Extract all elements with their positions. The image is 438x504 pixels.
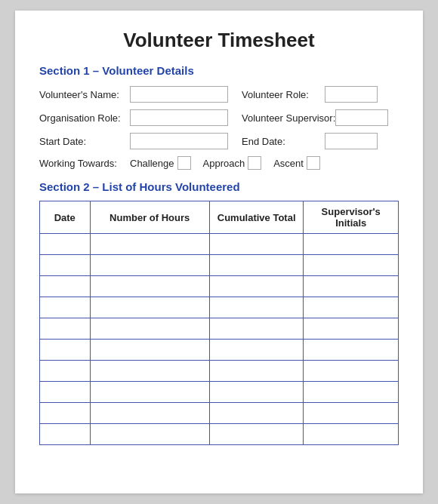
table-cell	[90, 255, 209, 276]
table-row	[40, 276, 399, 297]
checkbox-ascent: Ascent	[273, 156, 320, 170]
table-cell	[90, 318, 209, 340]
table-cell	[90, 382, 209, 403]
section2: Section 2 – List of Hours Volunteered Da…	[39, 180, 399, 445]
input-start-date[interactable]	[130, 133, 228, 149]
checkbox-group: Challenge Approach Ascent	[130, 156, 328, 170]
field-row-dates: Start Date: End Date:	[39, 133, 399, 149]
table-cell	[209, 361, 304, 382]
table-row	[40, 361, 399, 382]
table-row	[40, 318, 399, 340]
label-ascent: Ascent	[273, 158, 304, 169]
table-cell	[90, 234, 209, 255]
page-title: Volunteer Timesheet	[39, 29, 399, 52]
table-cell	[304, 361, 399, 382]
checkbox-approach: Approach	[203, 156, 262, 170]
table-cell	[40, 318, 91, 340]
table-cell	[40, 403, 91, 424]
input-organisation-role[interactable]	[130, 109, 228, 126]
table-cell	[90, 297, 209, 318]
col-header-cumulative: Cumulative Total	[209, 201, 304, 234]
table-cell	[304, 424, 399, 445]
table-row	[40, 340, 399, 361]
table-cell	[90, 361, 209, 382]
table-cell	[304, 318, 399, 340]
col-header-hours: Number of Hours	[90, 201, 209, 234]
table-cell	[304, 382, 399, 403]
input-volunteer-role[interactable]	[325, 86, 378, 103]
table-cell	[209, 340, 304, 361]
table-cell	[304, 403, 399, 424]
label-organisation-role: Organisation Role:	[39, 112, 130, 124]
table-cell	[90, 276, 209, 297]
table-cell	[209, 318, 304, 340]
table-header-row: Date Number of Hours Cumulative Total Su…	[40, 201, 399, 234]
table-cell	[304, 297, 399, 318]
table-cell	[40, 424, 91, 445]
label-approach: Approach	[203, 158, 245, 169]
label-volunteer-supervisor: Volunteer Supervisor:	[242, 112, 335, 124]
page: Volunteer Timesheet Section 1 – Voluntee…	[15, 11, 423, 493]
checkbox-ascent-box[interactable]	[307, 156, 320, 170]
table-cell	[209, 234, 304, 255]
table-row	[40, 403, 399, 424]
checkbox-approach-box[interactable]	[248, 156, 261, 170]
table-cell	[209, 382, 304, 403]
table-cell	[304, 234, 399, 255]
table-cell	[304, 255, 399, 276]
col-header-initials: Supervisor's Initials	[304, 201, 399, 234]
table-cell	[209, 255, 304, 276]
table-row	[40, 255, 399, 276]
input-end-date[interactable]	[325, 133, 378, 149]
field-row-name: Volunteer's Name: Volunteer Role:	[39, 86, 399, 103]
table-cell	[304, 276, 399, 297]
table-cell	[304, 340, 399, 361]
input-volunteer-supervisor[interactable]	[335, 109, 388, 126]
table-cell	[40, 340, 91, 361]
table-row	[40, 382, 399, 403]
table-cell	[209, 276, 304, 297]
label-volunteers-name: Volunteer's Name:	[39, 89, 130, 100]
timesheet-table: Date Number of Hours Cumulative Total Su…	[39, 201, 399, 445]
section1: Section 1 – Volunteer Details Volunteer'…	[39, 64, 399, 170]
table-cell	[40, 361, 91, 382]
working-towards-row: Working Towards: Challenge Approach Asce…	[39, 156, 399, 170]
checkbox-challenge-box[interactable]	[177, 156, 191, 170]
table-cell	[40, 297, 91, 318]
col-header-date: Date	[40, 201, 91, 234]
table-cell	[209, 403, 304, 424]
table-cell	[209, 424, 304, 445]
label-start-date: Start Date:	[39, 136, 130, 147]
table-cell	[40, 234, 91, 255]
table-cell	[90, 340, 209, 361]
section1-heading: Section 1 – Volunteer Details	[39, 64, 399, 77]
label-challenge: Challenge	[130, 158, 174, 169]
label-working-towards: Working Towards:	[39, 158, 130, 169]
section2-heading: Section 2 – List of Hours Volunteered	[39, 180, 399, 193]
table-cell	[40, 255, 91, 276]
table-cell	[90, 403, 209, 424]
table-cell	[40, 382, 91, 403]
label-volunteer-role: Volunteer Role:	[242, 89, 325, 100]
table-row	[40, 234, 399, 255]
field-row-org: Organisation Role: Volunteer Supervisor:	[39, 109, 399, 126]
label-end-date: End Date:	[242, 136, 325, 147]
checkbox-challenge: Challenge	[130, 156, 191, 170]
table-cell	[40, 276, 91, 297]
input-volunteers-name[interactable]	[130, 86, 228, 103]
table-cell	[209, 297, 304, 318]
table-row	[40, 297, 399, 318]
table-row	[40, 424, 399, 445]
table-cell	[90, 424, 209, 445]
